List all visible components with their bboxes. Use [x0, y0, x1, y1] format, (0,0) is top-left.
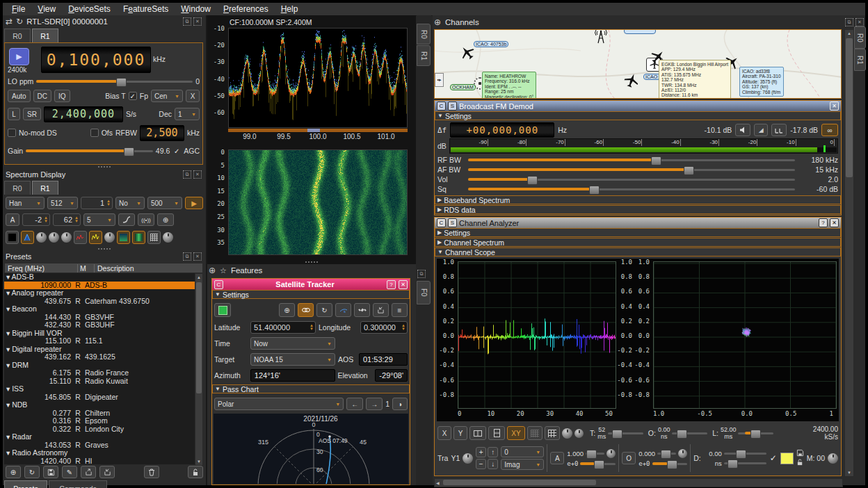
spectrum-tab-r0[interactable]: R0	[4, 181, 31, 195]
auto-button[interactable]: Auto	[8, 90, 31, 102]
channels-v-scrollbar[interactable]: ▲ ▼	[844, 29, 854, 477]
trace-channel-dropdown[interactable]: 0▼	[501, 446, 544, 457]
map-aircraft-tag[interactable]: OCKHAM	[450, 84, 476, 90]
preset-delete-icon[interactable]	[144, 466, 159, 478]
presets-col-freq[interactable]: Freq (MHz)	[5, 264, 78, 273]
preset-item[interactable]: 145.805RDigipeater	[4, 393, 196, 402]
fc-position-dropdown[interactable]: Cen▼	[151, 90, 183, 102]
fm-settings-section[interactable]: ▼Settings	[435, 111, 841, 120]
trace-knob-1[interactable]	[36, 232, 47, 243]
amp-button[interactable]: A	[550, 452, 564, 464]
menu-item-view[interactable]: View	[31, 4, 62, 14]
spectrum-histogram[interactable]	[229, 29, 407, 127]
aircraft-icon[interactable]	[624, 73, 639, 88]
waterfall-button[interactable]	[132, 231, 145, 244]
time-dropdown[interactable]: Now▼	[250, 337, 335, 350]
scope-hsplit-icon[interactable]	[469, 426, 486, 440]
waterfall-display[interactable]	[229, 150, 407, 254]
fm-close-icon[interactable]: ✕	[830, 101, 839, 111]
ca-channel-button[interactable]: C	[437, 218, 446, 227]
sat-target-icon[interactable]: ⊕	[279, 303, 295, 317]
antenna-icon[interactable]	[595, 30, 607, 44]
fft-window-dropdown[interactable]: Han▼	[6, 197, 45, 209]
sat-satellite-icon[interactable]	[354, 303, 370, 317]
spectrum-display-close-icon[interactable]: ✕	[193, 170, 202, 179]
gain-slider[interactable]	[26, 147, 153, 155]
map-pan-handle[interactable]: •▸	[435, 73, 444, 87]
trace-up-button[interactable]: ↑	[488, 447, 498, 457]
ca-close-icon[interactable]: ✕	[830, 218, 839, 227]
sat-update-icon[interactable]: ↻	[316, 303, 332, 317]
channel-add-icon[interactable]: ⊕	[434, 17, 441, 27]
filter-icon[interactable]	[118, 213, 135, 226]
refresh-dropdown[interactable]: 500▼	[147, 197, 182, 209]
decimation-dropdown[interactable]: 1▼	[175, 108, 200, 120]
audio-mute-icon[interactable]	[735, 124, 750, 136]
frequency-scale-bar[interactable]	[228, 129, 408, 132]
preset-group[interactable]: ▾ Beacon	[4, 305, 196, 314]
ref-level-spinner[interactable]: -2▲▼	[22, 213, 50, 226]
feature-star-icon[interactable]: ☆	[220, 266, 227, 275]
menu-item-help[interactable]: Help	[275, 4, 305, 14]
preset-group[interactable]: ▾ Radio Astronomy	[4, 449, 196, 457]
dc-button[interactable]: DC	[33, 90, 51, 102]
trace-knob-3[interactable]	[61, 232, 72, 243]
delta-f-display[interactable]: +00,000,000	[450, 122, 554, 138]
fp-checkbox[interactable]: ✓	[129, 92, 137, 100]
time-base-slider[interactable]	[608, 429, 643, 437]
channels-side-tab-r0[interactable]: R0	[854, 26, 866, 49]
scroll-left-icon[interactable]: ◀	[436, 480, 440, 485]
preset-group[interactable]: ▾ ISS	[4, 385, 196, 393]
amp-exp-slider[interactable]	[580, 459, 616, 468]
fm-slider[interactable]	[468, 175, 795, 184]
scroll-up-icon[interactable]: ▲	[195, 274, 202, 281]
aircraft-icon[interactable]	[460, 45, 475, 60]
lock-srate-button[interactable]: L	[8, 108, 20, 120]
preset-item[interactable]: 0.322RLondon City	[4, 425, 196, 434]
trace-add-button[interactable]: +	[476, 447, 486, 457]
sat-channels-button[interactable]: C	[214, 280, 223, 289]
fft-size-dropdown[interactable]: 512▼	[47, 197, 78, 209]
trace-projection-dropdown[interactable]: Imag▼	[501, 459, 544, 470]
preset-update-icon[interactable]: ↻	[24, 466, 40, 478]
map-canvas[interactable]: •▸ ICAO: 40753bOCKHAMICAO: a6813fName: H…	[435, 30, 841, 98]
waterfall-placement-button[interactable]	[117, 231, 130, 244]
trace-save-icon[interactable]	[796, 449, 804, 458]
fm-slider[interactable]	[468, 156, 795, 164]
channels-close-icon[interactable]: ✕	[855, 18, 864, 26]
preset-group[interactable]: ▾ NDB	[4, 401, 196, 409]
device-tab-r1[interactable]: R1	[32, 29, 58, 42]
grid-button[interactable]	[147, 231, 161, 244]
scope-vsplit-icon[interactable]	[488, 426, 505, 440]
fm-stream-button[interactable]: S	[448, 101, 457, 111]
fm-slider[interactable]	[468, 165, 795, 174]
squelch-icon[interactable]	[771, 124, 787, 136]
trace-len-slider[interactable]	[738, 429, 773, 437]
preset-save-icon[interactable]	[43, 466, 58, 478]
sat-start-button[interactable]	[214, 303, 231, 317]
splitter[interactable]	[3, 247, 206, 250]
preset-item[interactable]: 0.316REpsom	[4, 417, 196, 425]
trace-del-button[interactable]: −	[476, 459, 486, 469]
trace-select-knob[interactable]	[463, 453, 473, 464]
channels-side-tab-r1[interactable]: R1	[854, 49, 866, 71]
preset-group[interactable]: ▾ Analog repeater	[4, 289, 196, 298]
device-swap-icon[interactable]: ⇄	[6, 17, 13, 26]
ofs-button[interactable]: O	[622, 452, 636, 464]
max-hold-button[interactable]	[74, 231, 87, 244]
splitter[interactable]	[207, 260, 416, 263]
scope-xy-display[interactable]	[654, 262, 836, 408]
preset-item[interactable]: 15.110RRadio Kuwait	[4, 377, 196, 386]
features-side-tab-f0[interactable]: F0	[417, 281, 431, 304]
spectrum-side-tab-r0[interactable]: R0	[417, 24, 431, 44]
scope-trace[interactable]	[458, 262, 616, 408]
map-label-clipped[interactable]	[624, 30, 656, 34]
menu-item-file[interactable]: File	[6, 4, 31, 14]
fm-slider[interactable]	[468, 185, 795, 193]
features-restore-icon[interactable]: ⧉	[417, 270, 426, 278]
spectrum-play-button[interactable]: ▶	[185, 197, 203, 209]
bottom-tab-presets[interactable]: Presets	[4, 480, 47, 488]
preset-edit-icon[interactable]: ✎	[62, 466, 77, 478]
preset-group[interactable]: ▾ ADS-B	[4, 273, 196, 282]
background-color-button[interactable]	[6, 231, 19, 244]
